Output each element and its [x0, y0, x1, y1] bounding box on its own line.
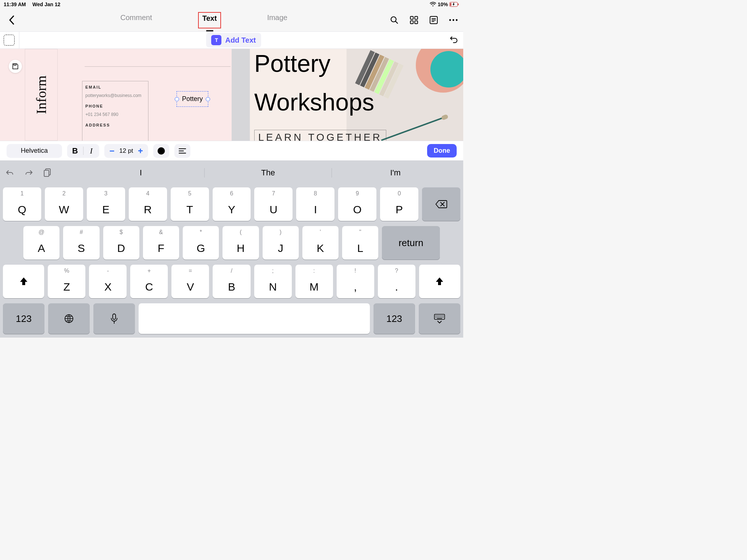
- key-space[interactable]: [139, 303, 370, 334]
- key-z[interactable]: %Z: [48, 265, 85, 298]
- key-backspace[interactable]: [422, 187, 460, 221]
- key-return[interactable]: return: [382, 226, 440, 260]
- keyboard[interactable]: I The I'm 1Q 2W 3E 4R 5T 6Y 7U 8I 9O 0P …: [0, 160, 463, 338]
- panel-icon[interactable]: [428, 15, 439, 26]
- more-icon[interactable]: [448, 15, 459, 26]
- key-row-1: 1Q 2W 3E 4R 5T 6Y 7U 8I 9O 0P: [1, 187, 462, 221]
- key-p[interactable]: 0P: [380, 187, 418, 221]
- key-f[interactable]: &F: [143, 226, 179, 260]
- label-email: EMAIL: [85, 85, 145, 89]
- active-text-box[interactable]: Pottery: [177, 91, 208, 107]
- bold-button[interactable]: B: [67, 146, 83, 156]
- size-increase[interactable]: +: [137, 146, 144, 156]
- key-r[interactable]: 4R: [129, 187, 167, 221]
- svg-rect-1: [450, 3, 451, 6]
- contact-block: EMAIL potteryworks@business.com PHONE +0…: [82, 81, 148, 141]
- page-left[interactable]: Inform EMAIL potteryworks@business.com P…: [0, 49, 232, 141]
- svg-rect-12: [14, 64, 16, 65]
- svg-rect-4: [410, 16, 413, 19]
- key-l[interactable]: "L: [342, 226, 378, 260]
- key-numbers-left[interactable]: 123: [3, 303, 44, 334]
- key-q[interactable]: 1Q: [3, 187, 41, 221]
- key-x[interactable]: -X: [89, 265, 127, 298]
- tab-image[interactable]: Image: [265, 12, 290, 28]
- kbd-redo-icon[interactable]: [23, 167, 34, 178]
- divider: [19, 32, 19, 48]
- key-b[interactable]: /B: [213, 265, 250, 298]
- svg-point-11: [456, 19, 458, 21]
- key-dismiss-keyboard[interactable]: [419, 303, 460, 334]
- key-e[interactable]: 3E: [87, 187, 125, 221]
- text-color-button[interactable]: [153, 144, 169, 158]
- kbd-clipboard-icon[interactable]: [42, 167, 53, 178]
- tab-text[interactable]: Text: [198, 12, 221, 28]
- status-battery-pct: 10%: [438, 1, 448, 7]
- key-d[interactable]: $D: [103, 226, 139, 260]
- status-time: 11:39 AM: [4, 1, 26, 7]
- size-decrease[interactable]: −: [108, 146, 116, 156]
- grid-icon[interactable]: [409, 15, 419, 26]
- key-g[interactable]: *G: [183, 226, 219, 260]
- svg-rect-5: [415, 16, 418, 19]
- bold-italic-toggle[interactable]: B I: [67, 144, 99, 158]
- key-numbers-right[interactable]: 123: [374, 303, 415, 334]
- key-s[interactable]: #S: [63, 226, 99, 260]
- font-picker[interactable]: Helvetica: [7, 144, 62, 158]
- key-h[interactable]: (H: [222, 226, 259, 260]
- key-v[interactable]: =V: [171, 265, 209, 298]
- status-bar: 11:39 AM Wed Jan 12 10%: [0, 0, 463, 9]
- key-y[interactable]: 6Y: [213, 187, 251, 221]
- color-swatch-black: [158, 147, 165, 155]
- svg-point-10: [453, 19, 454, 21]
- back-button[interactable]: [4, 13, 19, 27]
- search-icon[interactable]: [389, 15, 400, 26]
- text-sub-toolbar: T Add Text: [0, 31, 463, 49]
- font-size-stepper[interactable]: − 12 pt +: [104, 144, 148, 158]
- page-gap: [232, 49, 250, 141]
- suggestion-1[interactable]: I: [77, 168, 205, 178]
- top-nav: Comment Text Image: [0, 9, 463, 31]
- page-right[interactable]: Pottery Workshops LEARN TOGETHER: [250, 49, 463, 141]
- key-row-2: @A #S $D &F *G (H )J 'K "L return: [1, 226, 462, 260]
- key-o[interactable]: 9O: [338, 187, 376, 221]
- divider: [85, 66, 231, 67]
- undo-button[interactable]: [448, 34, 460, 46]
- key-t[interactable]: 5T: [171, 187, 209, 221]
- key-a[interactable]: @A: [23, 226, 59, 260]
- key-k[interactable]: 'K: [302, 226, 338, 260]
- key-period[interactable]: ?.: [378, 265, 415, 298]
- key-n[interactable]: ;N: [254, 265, 292, 298]
- key-w[interactable]: 2W: [45, 187, 83, 221]
- save-icon[interactable]: [9, 60, 22, 73]
- key-row-3: %Z -X +C =V /B ;N :M !, ?.: [1, 265, 462, 298]
- add-text-label: Add Text: [225, 36, 256, 44]
- svg-rect-14: [44, 170, 49, 176]
- suggestion-2[interactable]: The: [205, 168, 332, 178]
- key-m[interactable]: :M: [295, 265, 333, 298]
- text-align-button[interactable]: [174, 144, 190, 158]
- label-address: ADDRESS: [85, 123, 145, 127]
- key-row-4: 123 123: [1, 303, 462, 334]
- document-canvas[interactable]: Inform EMAIL potteryworks@business.com P…: [0, 49, 463, 141]
- value-phone: +01 234 567 890: [85, 112, 145, 117]
- key-comma[interactable]: !,: [337, 265, 374, 298]
- kbd-undo-icon[interactable]: [4, 167, 15, 178]
- suggestion-bar: I The I'm: [0, 163, 463, 183]
- key-c[interactable]: +C: [130, 265, 168, 298]
- key-u[interactable]: 7U: [254, 187, 293, 221]
- key-dictate[interactable]: [93, 303, 135, 334]
- teal-bowl: [430, 51, 463, 88]
- status-date: Wed Jan 12: [32, 1, 61, 7]
- key-i[interactable]: 8I: [296, 187, 334, 221]
- tab-comment[interactable]: Comment: [118, 12, 154, 28]
- key-shift-left[interactable]: [3, 265, 44, 298]
- done-button[interactable]: Done: [427, 144, 457, 158]
- key-j[interactable]: )J: [263, 226, 299, 260]
- suggestion-3[interactable]: I'm: [332, 168, 459, 178]
- key-globe[interactable]: [48, 303, 90, 334]
- italic-button[interactable]: I: [84, 146, 100, 156]
- selection-tool-icon[interactable]: [4, 35, 15, 46]
- add-text-button[interactable]: T Add Text: [206, 33, 261, 47]
- key-shift-right[interactable]: [419, 265, 460, 298]
- svg-rect-7: [415, 21, 418, 24]
